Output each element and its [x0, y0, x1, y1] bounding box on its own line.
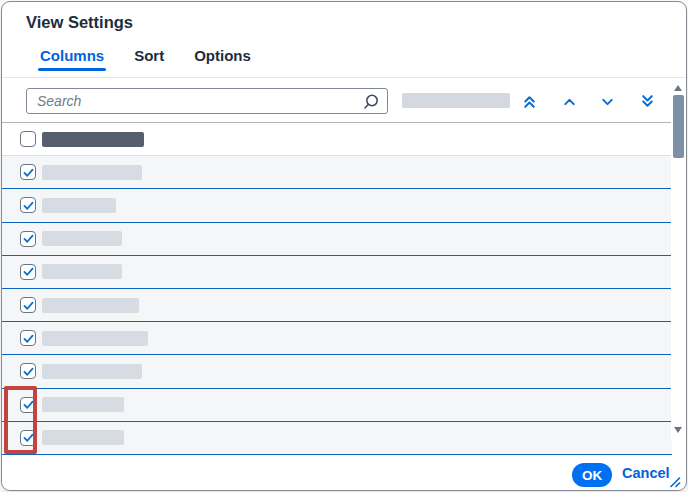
checkbox-checked[interactable] — [20, 231, 36, 247]
move-down-button[interactable] — [593, 87, 621, 115]
column-label-placeholder — [42, 298, 139, 313]
resize-grip-icon[interactable] — [668, 474, 681, 487]
column-label-placeholder — [42, 198, 116, 213]
magnifier-icon[interactable] — [362, 93, 380, 111]
checkbox-checked[interactable] — [20, 264, 36, 280]
tab-sort[interactable]: Sort — [134, 42, 164, 77]
column-list-item[interactable] — [2, 223, 672, 256]
move-to-bottom-button[interactable] — [633, 87, 661, 115]
checkbox-checked[interactable] — [20, 197, 36, 213]
column-label-placeholder — [42, 430, 124, 445]
column-label-placeholder — [42, 397, 124, 412]
checkbox-checked[interactable] — [20, 164, 36, 180]
cancel-button[interactable]: Cancel — [622, 465, 670, 481]
select-all-row[interactable] — [2, 123, 672, 156]
column-list-item[interactable] — [2, 289, 672, 322]
scrollbar-thumb[interactable] — [673, 95, 684, 158]
column-list-item[interactable] — [2, 389, 672, 422]
checkbox-checked[interactable] — [20, 363, 36, 379]
column-list-item[interactable] — [2, 156, 672, 189]
column-list-item[interactable] — [2, 355, 672, 388]
toolbar-text-placeholder — [402, 93, 510, 108]
dialog-title: View Settings — [26, 13, 133, 32]
ok-button[interactable]: OK — [572, 463, 612, 487]
chevron-up-icon — [561, 93, 578, 110]
column-label-placeholder — [42, 132, 144, 147]
scrollbar[interactable] — [671, 80, 687, 442]
column-label-placeholder — [42, 364, 142, 379]
column-list-item[interactable] — [2, 322, 672, 355]
triangle-up-icon[interactable] — [674, 85, 682, 91]
tabstrip: Columns Sort Options — [2, 42, 686, 78]
triangle-down-icon[interactable] — [674, 427, 682, 433]
column-label-placeholder — [42, 165, 142, 180]
chevron-down-icon — [599, 93, 616, 110]
double-chevron-up-icon — [521, 93, 538, 110]
search-field — [26, 88, 388, 114]
column-list-item[interactable] — [2, 256, 672, 289]
column-label-placeholder — [42, 231, 122, 246]
search-input[interactable] — [37, 93, 357, 109]
tab-options[interactable]: Options — [194, 42, 251, 77]
double-chevron-down-icon — [639, 93, 656, 110]
checkbox-unchecked[interactable] — [20, 131, 36, 147]
checkbox-checked[interactable] — [20, 297, 36, 313]
column-list-item[interactable] — [2, 422, 672, 455]
checkbox-checked[interactable] — [20, 330, 36, 346]
column-label-placeholder — [42, 264, 122, 279]
column-list-item[interactable] — [2, 189, 672, 222]
checkbox-checked[interactable] — [20, 397, 36, 413]
move-up-button[interactable] — [555, 87, 583, 115]
columns-list — [2, 122, 672, 455]
move-to-top-button[interactable] — [515, 87, 543, 115]
column-label-placeholder — [42, 331, 148, 346]
view-settings-dialog: View Settings Columns Sort Options — [1, 1, 687, 491]
checkbox-checked[interactable] — [20, 430, 36, 446]
tab-columns[interactable]: Columns — [40, 42, 104, 77]
